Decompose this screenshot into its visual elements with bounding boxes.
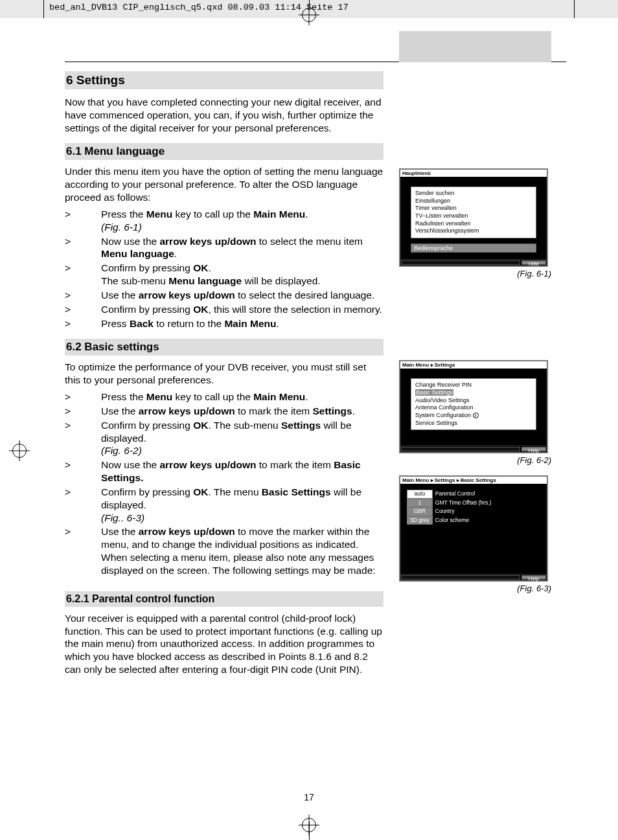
osd-help-label: Help <box>521 575 546 580</box>
osd-setting-label: Parental Control <box>433 490 494 498</box>
step: >Confirm by pressing OK. The menu Basic … <box>65 486 383 524</box>
figure-caption: (Fig. 6-3) <box>399 584 551 593</box>
registration-mark <box>302 8 316 22</box>
step-marker: > <box>65 419 101 457</box>
osd-setting-value: GBR <box>407 507 433 516</box>
step-marker: > <box>65 262 101 288</box>
step-text: Now use the arrow keys up/down to select… <box>101 235 383 261</box>
osd-footer-bar <box>401 447 520 451</box>
osd-menu-item: Basic Settings <box>415 389 532 397</box>
subsection-heading: 6.1 Menu language <box>65 143 383 160</box>
step-text: Use the arrow keys up/down to mark the i… <box>101 405 383 418</box>
step-marker: > <box>65 317 101 330</box>
step-marker: > <box>65 235 101 261</box>
step-text: Confirm by pressing OK, this will store … <box>101 303 383 316</box>
step-marker: > <box>65 208 101 234</box>
step-list: >Press the Menu key to call up the Main … <box>65 391 383 577</box>
figure-caption: (Fig. 6-1) <box>399 269 551 278</box>
step-text: Use the arrow keys up/down to select the… <box>101 289 383 302</box>
osd-menu-item: Service Settings <box>415 420 532 427</box>
crop-mark <box>309 822 310 840</box>
step-text: Confirm by pressing OK.The sub-menu Menu… <box>101 262 383 288</box>
osd-setting-value: auto <box>407 490 433 498</box>
step-text: Confirm by pressing OK. The menu Basic S… <box>101 486 383 524</box>
step: >Now use the arrow keys up/down to mark … <box>65 459 383 484</box>
osd-setting-label: Country <box>433 507 494 516</box>
step-marker: > <box>65 391 101 403</box>
osd-setting-row: autoParental Control <box>407 490 494 498</box>
osd-titlebar: Main Menu ▸ Settings ▸ Basic Settings <box>400 477 547 484</box>
osd-help-label: Hilfe <box>521 260 546 265</box>
osd-setting-label: GMT Time Offset (hrs.) <box>433 499 494 507</box>
subsection-heading: 6.2 Basic settings <box>65 339 383 356</box>
registration-mark <box>12 444 27 458</box>
osd-menu-item: Change Receiver PIN <box>415 381 532 389</box>
step-marker: > <box>65 303 101 316</box>
step-text: Now use the arrow keys up/down to mark t… <box>101 459 383 484</box>
crop-mark <box>574 0 575 18</box>
step-marker: > <box>65 486 101 524</box>
subsection-intro: Under this menu item you have the option… <box>65 165 383 203</box>
paragraph: Your receiver is equipped with a parenta… <box>65 612 383 676</box>
page-number: 17 <box>0 792 618 802</box>
osd-help-label: Help <box>521 447 546 451</box>
step-text: Use the arrow keys up/down to move the m… <box>101 525 383 576</box>
step-text: Press the Menu key to call up the Main M… <box>101 208 383 234</box>
osd-menu-item: System Configuration i <box>415 412 532 420</box>
step-marker: > <box>65 405 101 418</box>
osd-menu-panel: Sender suchenEinstellungenTimer verwalte… <box>411 187 536 238</box>
crop-mark <box>43 0 44 18</box>
osd-footer-bar <box>401 575 520 580</box>
subsection-intro: To optimize the performance of your DVB … <box>65 361 383 387</box>
osd-setting-row: 3D greyColor scheme <box>407 516 494 525</box>
osd-menu-item: TV–Listen verwalten <box>415 212 532 220</box>
step: >Use the arrow keys up/down to move the … <box>65 525 383 576</box>
step-marker: > <box>65 289 101 302</box>
osd-titlebar: Main Menu ▸ Settings <box>400 361 547 369</box>
osd-setting-row: 1GMT Time Offset (hrs.) <box>407 499 494 507</box>
osd-setting-label: Color scheme <box>433 516 494 525</box>
osd-setting-value: 3D grey <box>407 516 433 525</box>
osd-footer-bar <box>401 260 520 265</box>
step: >Use the arrow keys up/down to mark the … <box>65 405 383 418</box>
osd-menu-item: Timer verwalten <box>415 205 532 212</box>
osd-menu-item: Verschlüsselungssystem <box>415 227 532 235</box>
osd-menu-item: Einstellungen <box>415 198 532 205</box>
osd-titlebar: Hauptmenü <box>400 170 547 177</box>
step: >Press Back to return to the Main Menu. <box>65 317 383 330</box>
osd-menu-item: Sender suchen <box>415 190 532 198</box>
osd-setting-value: 1 <box>407 499 433 507</box>
osd-setting-row: GBRCountry <box>407 507 494 516</box>
osd-menu-panel: Change Receiver PINBasic SettingsAudio/V… <box>411 378 536 430</box>
step: >Confirm by pressing OK.The sub-menu Men… <box>65 262 383 288</box>
section-intro: Now that you have completed connecting y… <box>65 96 383 134</box>
subsubsection-heading: 6.2.1 Parental control function <box>65 591 383 607</box>
figure-6-1: Hauptmenü Sender suchenEinstellungenTime… <box>399 168 551 278</box>
osd-menu-item: Audio/Video Settings <box>415 397 532 405</box>
osd-selected-item: Bediensprache <box>411 244 536 253</box>
osd-settings-table: autoParental Control1GMT Time Offset (hr… <box>407 490 494 525</box>
figure-6-2: Main Menu ▸ Settings Change Receiver PIN… <box>399 360 551 465</box>
osd-menu-item: Radiolisten verwalten <box>415 220 532 228</box>
info-icon: i <box>473 413 479 418</box>
step-marker: > <box>65 459 101 484</box>
section-heading: 6 Settings <box>65 71 383 89</box>
step-text: Press the Menu key to call up the Main M… <box>101 391 383 403</box>
step: >Now use the arrow keys up/down to selec… <box>65 235 383 261</box>
step-marker: > <box>65 525 101 576</box>
step-text: Press Back to return to the Main Menu. <box>101 317 383 330</box>
figure-column: Hauptmenü Sender suchenEinstellungenTime… <box>399 71 551 680</box>
step: >Confirm by pressing OK. The sub-menu Se… <box>65 419 383 457</box>
body-column: 6 Settings Now that you have completed c… <box>65 71 383 680</box>
osd-menu-item: Antenna Configuration <box>415 404 532 412</box>
step-text: Confirm by pressing OK. The sub-menu Set… <box>101 419 383 457</box>
step-list: >Press the Menu key to call up the Main … <box>65 208 383 330</box>
step: >Use the arrow keys up/down to select th… <box>65 289 383 302</box>
step: >Press the Menu key to call up the Main … <box>65 208 383 234</box>
grey-block <box>399 31 551 62</box>
step: >Press the Menu key to call up the Main … <box>65 391 383 403</box>
figure-caption: (Fig. 6-2) <box>399 455 551 465</box>
step: >Confirm by pressing OK, this will store… <box>65 303 383 316</box>
figure-6-3: Main Menu ▸ Settings ▸ Basic Settings au… <box>399 475 551 593</box>
